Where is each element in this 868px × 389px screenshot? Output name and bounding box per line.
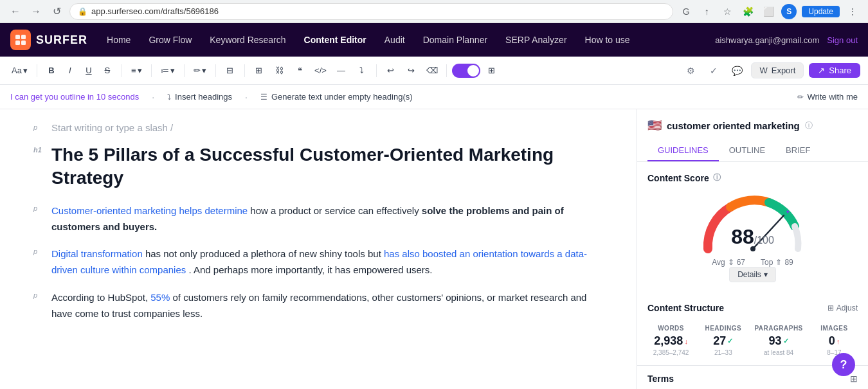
user-avatar[interactable]: S <box>781 4 797 19</box>
link-button[interactable]: ⛓ <box>271 62 289 80</box>
images-label: IMAGES <box>813 325 855 332</box>
share-icon[interactable]: ↑ <box>699 4 714 19</box>
nav-item-home[interactable]: Home <box>98 23 140 57</box>
nav-item-serp-analyzer[interactable]: SERP Analyzer <box>496 23 575 57</box>
generate-text-item[interactable]: ☰ Generate text under empty heading(s) <box>260 92 413 102</box>
url-bar[interactable]: 🔒 app.surferseo.com/drafts/5696186 <box>69 3 673 20</box>
suggestion-bar: I can get you outline in 10 seconds · ⤵ … <box>0 85 868 109</box>
settings-icon[interactable]: ⚙ <box>682 62 700 80</box>
strikethrough-button[interactable]: S <box>98 62 116 80</box>
insert-headings-label: Insert headings <box>175 92 232 102</box>
tab-guidelines[interactable]: GUIDELINES <box>647 140 719 161</box>
paragraph-2[interactable]: p Digital transformation has not only pr… <box>51 246 598 278</box>
align-dropdown[interactable]: ≡ ▾ <box>127 64 146 77</box>
terms-filter-icon[interactable]: ⊞ <box>850 374 858 384</box>
quote-button[interactable]: ❝ <box>291 62 309 80</box>
toolbar-list-group: ≔ ▾ <box>157 64 179 77</box>
extension-icon[interactable]: 🧩 <box>740 4 755 19</box>
write-with-me-item[interactable]: ✏ Write with me <box>797 92 858 102</box>
update-button[interactable]: Update <box>802 6 840 17</box>
collapse-button[interactable]: ⊟ <box>221 62 239 80</box>
nav-item-domain-planner[interactable]: Domain Planner <box>414 23 496 57</box>
underline-button[interactable]: U <box>80 62 98 80</box>
words-indicator: ↓ <box>684 338 688 345</box>
gauge-max: /100 <box>754 235 774 246</box>
check-icon[interactable]: ✓ <box>705 62 723 80</box>
undo-button[interactable]: ↩ <box>382 62 400 80</box>
structure-paragraphs: PARAGRAPHS 93 ✓ at least 84 <box>752 320 805 361</box>
adjust-button[interactable]: ⊞ Adjust <box>827 303 858 312</box>
link-customer-oriented[interactable]: Customer-oriented marketing <box>51 205 176 216</box>
highlight-dropdown[interactable]: ✏ ▾ <box>190 64 210 77</box>
bookmark-icon[interactable]: ☆ <box>719 4 735 19</box>
clear-button[interactable]: ⌫ <box>423 62 441 80</box>
separator-6 <box>244 64 245 77</box>
nav-signout[interactable]: Sign out <box>827 35 858 45</box>
words-label: WORDS <box>650 325 692 332</box>
paragraph-1-text[interactable]: Customer-oriented marketing helps determ… <box>51 203 598 235</box>
logo-icon <box>10 30 31 50</box>
svg-text:✦: ✦ <box>785 208 790 215</box>
font-size-dropdown[interactable]: Aa ▾ <box>8 64 32 77</box>
info-icon[interactable]: ⓘ <box>805 120 813 131</box>
grid-button[interactable]: ⊞ <box>483 62 501 80</box>
svg-rect-1 <box>21 35 26 39</box>
back-button[interactable]: ← <box>8 4 23 19</box>
link-digital-transformation[interactable]: Digital transformation <box>51 248 143 259</box>
list-dropdown[interactable]: ≔ ▾ <box>157 64 179 77</box>
google-icon[interactable]: G <box>678 4 694 19</box>
app-logo[interactable]: SURFER <box>10 30 87 50</box>
details-button[interactable]: Details ▾ <box>729 267 776 282</box>
editor-area[interactable]: p Start writing or type a slash / h1 The… <box>0 109 637 389</box>
chat-icon[interactable]: 💬 <box>728 62 746 80</box>
special-button[interactable]: ⤵ <box>353 62 371 80</box>
toolbar-right: ⚙ ✓ 💬 W Export ↗ Share <box>682 62 860 80</box>
nav-item-content-editor[interactable]: Content Editor <box>295 23 375 57</box>
paragraph-2-text[interactable]: Digital transformation has not only prod… <box>51 246 598 278</box>
h1-block[interactable]: h1 The 5 Pillars of a Successful Custome… <box>51 143 598 190</box>
separator-8 <box>446 64 447 77</box>
forward-button[interactable]: → <box>28 4 44 19</box>
share-button[interactable]: ↗ Share <box>809 63 860 78</box>
italic-button[interactable]: I <box>61 62 79 80</box>
code-button[interactable]: </> <box>312 62 330 80</box>
content-score-info[interactable]: ⓘ <box>713 172 721 183</box>
paragraph-1[interactable]: p Customer-oriented marketing helps dete… <box>51 203 598 235</box>
browser-actions: G ↑ ☆ 🧩 ⬜ S Update ⋮ <box>678 4 860 19</box>
insert-headings-item[interactable]: ⤵ Insert headings <box>167 92 232 102</box>
paragraph-3-text[interactable]: According to HubSpot, 55% of customers r… <box>51 290 598 322</box>
svg-rect-0 <box>15 35 20 39</box>
refresh-button[interactable]: ↺ <box>49 4 64 19</box>
words-value: 2,938 ↓ <box>650 334 692 348</box>
outline-suggestion[interactable]: I can get you outline in 10 seconds <box>10 92 139 102</box>
paragraph-3[interactable]: p According to HubSpot, 55% of customers… <box>51 290 598 322</box>
article-title[interactable]: The 5 Pillars of a Successful Customer-O… <box>51 143 598 190</box>
nav-item-keyword-research[interactable]: Keyword Research <box>201 23 294 57</box>
window-icon[interactable]: ⬜ <box>761 4 776 19</box>
more-icon[interactable]: ⋮ <box>845 4 860 19</box>
tab-outline[interactable]: OUTLINE <box>719 140 775 161</box>
headings-indicator: ✓ <box>727 337 733 345</box>
nav-items: Home Grow Flow Keyword Research Content … <box>98 23 715 57</box>
nav-item-audit[interactable]: Audit <box>375 23 414 57</box>
redo-button[interactable]: ↪ <box>402 62 420 80</box>
editor-toolbar: Aa ▾ B I U S ≡ ▾ ≔ ▾ ✏ ▾ ⊟ ⊞ ⛓ ❝ </> — ⤵… <box>0 57 868 85</box>
nav-item-how-to-use[interactable]: How to use <box>576 23 639 57</box>
export-button[interactable]: W Export <box>751 62 804 78</box>
toggle-dot <box>467 65 479 77</box>
generate-text-label: Generate text under empty heading(s) <box>271 92 413 102</box>
link-55-percent[interactable]: 55% <box>150 292 170 303</box>
nav-item-grow-flow[interactable]: Grow Flow <box>140 23 201 57</box>
avg-icon: ⇕ <box>728 258 734 267</box>
help-button[interactable]: ? <box>832 353 855 376</box>
bold-button[interactable]: B <box>42 62 60 80</box>
toggle-switch[interactable] <box>452 64 480 78</box>
separator-1 <box>37 64 37 77</box>
tab-brief[interactable]: BRIEF <box>775 140 820 161</box>
flag-icon: 🇺🇸 <box>647 118 662 132</box>
link-helps-determine[interactable]: helps determine <box>179 205 248 216</box>
image-button[interactable]: ⊞ <box>250 62 268 80</box>
hr-button[interactable]: — <box>332 62 350 80</box>
right-panel: 🇺🇸 customer oriented marketing ⓘ GUIDELI… <box>637 109 868 389</box>
panel-tabs: GUIDELINES OUTLINE BRIEF <box>647 140 858 161</box>
